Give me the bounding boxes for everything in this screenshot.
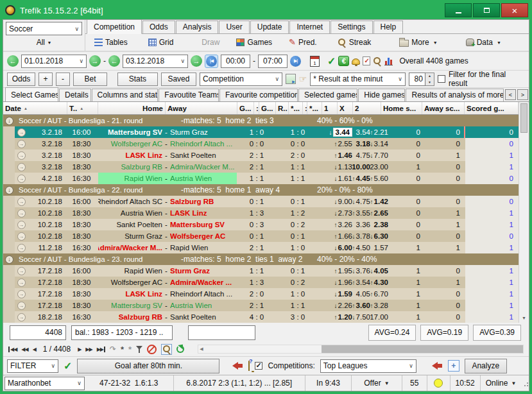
scroll-down-button[interactable]: ▼ (519, 313, 529, 323)
row-open-icon[interactable]: → (17, 163, 26, 171)
toolbar-more-button[interactable]: More▼ (395, 37, 441, 48)
time-from-input[interactable]: 00:00 (221, 55, 250, 68)
game-row[interactable]: →11.2.1816:30Admira/Wacker M...-Rapid Wi… (3, 242, 519, 253)
row-open-icon[interactable]: → (17, 221, 26, 229)
menu-tab-odds[interactable]: Odds (142, 21, 175, 33)
date-from-select[interactable]: 01.01.2018 ∨ (21, 55, 87, 68)
view-tab-select-games[interactable]: Select Games (5, 87, 58, 101)
header-cell-away-sc[interactable]: Away sc... (422, 102, 465, 114)
header-cell-away[interactable]: Away (166, 102, 237, 114)
mark-star-alt-icon[interactable]: * (128, 345, 132, 354)
row-open-icon[interactable]: → (17, 175, 26, 183)
group-header-row[interactable]: ↓Soccer / AUT - Bundesliga - 22. round-m… (3, 184, 519, 196)
nav-fast-next-button[interactable]: ▶▶ (85, 347, 92, 352)
result-minute-select[interactable]: * Result at the minut ∨ (310, 73, 406, 86)
header-cell-1[interactable]: 1 (322, 102, 338, 114)
row-open-icon[interactable]: → (17, 267, 26, 275)
row-open-icon[interactable]: → (17, 128, 26, 137)
euro-odds-icon[interactable]: € (338, 56, 349, 66)
date-to-prev-button[interactable]: ← (108, 55, 120, 67)
nav-fast-prev-button[interactable]: ◀◀ (21, 347, 28, 352)
group-expand-icon[interactable]: ↓ (5, 117, 13, 125)
toolbar-tables-button[interactable]: Tables (90, 37, 132, 48)
balance-input[interactable]: bal.: 1983 - 1203 - 1219 .. (71, 325, 173, 340)
toolbar-grid-button[interactable]: Grid (144, 37, 178, 48)
row-open-icon[interactable]: → (17, 140, 26, 148)
vertical-scrollbar[interactable]: ▼ (519, 102, 529, 323)
group-expand-icon[interactable]: ↓ (5, 255, 13, 264)
date-from-next-button[interactable]: → (89, 55, 101, 67)
competitions-select[interactable]: Top Leagues ∨ (320, 359, 416, 373)
mark-star-icon[interactable]: * (121, 345, 124, 354)
header-cell-[interactable]: *... (289, 102, 303, 114)
maximize-button[interactable] (473, 3, 500, 17)
view-tab-results-of-analysis-of-more-fil[interactable]: Results of analysis of more fil (406, 89, 504, 101)
row-open-icon[interactable]: → (17, 313, 26, 321)
spinner-up-button[interactable]: ▲ (425, 73, 434, 80)
view-tab-favoutite-teams[interactable]: Favoutite Teams (159, 89, 219, 101)
date-to-next-button[interactable]: → (191, 55, 202, 67)
group-expand-icon[interactable]: ↓ (5, 186, 13, 194)
menu-tab-update[interactable]: Update (250, 21, 289, 33)
view-tab-details[interactable]: Details (59, 89, 91, 101)
filter-check-icon[interactable]: ✓ (64, 360, 72, 372)
tasklist-icon[interactable] (363, 56, 370, 65)
redo-icon[interactable]: ↷ (110, 345, 116, 354)
bar-chart-icon[interactable] (384, 57, 393, 65)
row-open-icon[interactable]: → (17, 209, 26, 218)
nav-first-button[interactable]: ◀◀ (8, 347, 17, 352)
calendar-icon[interactable]: 1 (310, 56, 320, 67)
time-to-input[interactable]: 07:00 (258, 55, 287, 68)
toolbar-games-button[interactable]: Games (232, 37, 276, 48)
competition-select[interactable]: Competition ∨ (200, 73, 282, 86)
analyze-button[interactable]: Analyze (465, 359, 507, 373)
plus-button[interactable]: + (39, 73, 53, 86)
horizontal-scrollbar[interactable]: ◀ (198, 345, 524, 354)
view-tab-favourite-competitions[interactable]: Favourite competitions (219, 89, 298, 101)
odds-button[interactable]: Odds (7, 73, 35, 86)
view-tab-selected-games[interactable]: Selected games (298, 89, 357, 101)
move-icon[interactable]: + (448, 360, 459, 372)
menu-tab-competition[interactable]: Competition (87, 19, 142, 34)
header-cell-r[interactable]: R.. (276, 102, 289, 114)
row-open-icon[interactable]: → (17, 151, 26, 160)
header-cell-g[interactable]: G... (259, 102, 276, 114)
game-row[interactable]: →17.2.1818:30LASK Linz-Rheindorf Altach … (3, 288, 519, 300)
nav-prev-button[interactable]: ◀ (33, 347, 36, 352)
row-open-icon[interactable]: → (17, 244, 26, 252)
minus-button[interactable]: - (56, 73, 70, 86)
date-from-prev-button[interactable]: ← (7, 55, 19, 67)
all-dropdown[interactable]: All ▼ (6, 38, 82, 47)
spinner-down-button[interactable]: ▼ (425, 79, 434, 85)
game-row[interactable]: →3.2.1818:30Salzburg RB-Admira/Wacker M.… (3, 161, 519, 173)
view-tab-columns-and-stats[interactable]: Columns and stats (92, 89, 159, 101)
menu-tab-analysis[interactable]: Analysis (176, 21, 219, 33)
final-result-checkbox[interactable] (438, 75, 445, 83)
game-row[interactable]: →17.2.1818:30Wolfsberger AC-Admira/Wacke… (3, 277, 519, 288)
competitions-checkbox[interactable] (255, 362, 262, 370)
row-open-icon[interactable]: → (17, 278, 26, 287)
offer-dropdown[interactable]: Offer▼ (352, 375, 402, 391)
game-row[interactable]: →3.2.1816:00Mattersburg SV-Sturm Graz1 :… (3, 126, 519, 138)
header-cell-x[interactable]: X (338, 102, 353, 114)
bell-icon[interactable] (352, 58, 360, 65)
online-dropdown[interactable]: Online▼ (481, 375, 522, 391)
menu-tab-internet[interactable]: Internet (289, 21, 330, 33)
filter-funnel-icon[interactable] (136, 346, 142, 353)
bell-question-icon[interactable]: ? (248, 361, 250, 370)
toolbar-data-button[interactable]: Data▼ (462, 37, 505, 48)
tab-scroll-right-button[interactable]: > (517, 89, 528, 100)
row-open-icon[interactable]: → (17, 302, 26, 310)
row-open-icon[interactable]: → (17, 198, 26, 206)
toolbar-pred-button[interactable]: ✎Pred. (285, 37, 321, 48)
saved-button[interactable]: Saved (161, 73, 196, 86)
filter-select[interactable]: FILTER ∨ (7, 359, 58, 373)
game-row[interactable]: →18.2.1816:30Salzburg RB-Sankt Poelten4 … (3, 311, 519, 323)
game-row[interactable]: →4.2.1816:30Rapid Wien-Austria Wien1 : 1… (3, 173, 519, 184)
header-cell-[interactable]: *... (307, 102, 322, 114)
zoom-search-icon[interactable] (161, 344, 172, 355)
bet-button[interactable]: Bet (73, 73, 107, 86)
date-to-select[interactable]: 03.12.2018 ∨ (123, 55, 188, 68)
row-open-icon[interactable]: → (17, 232, 26, 241)
view-tab-hide-games[interactable]: Hide games (358, 89, 405, 101)
